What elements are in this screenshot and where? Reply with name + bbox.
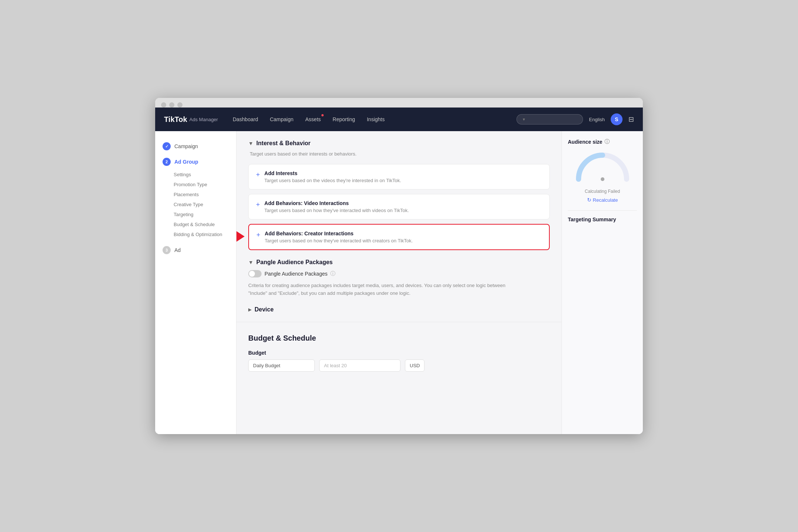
search-placeholder: ▾: [523, 117, 525, 122]
device-chevron: ▶: [248, 307, 252, 312]
gauge-svg: [573, 150, 632, 183]
red-arrow-container: [236, 229, 245, 245]
sidebar-item-campaign[interactable]: ✓ Campaign: [155, 139, 236, 154]
sidebar-sub-targeting[interactable]: Targeting: [155, 209, 236, 219]
right-panel: Audience size ⓘ Calculating Failed ↻ Rec…: [562, 131, 643, 434]
briefcase-icon[interactable]: ⊟: [628, 115, 634, 123]
interest-behavior-title: Interest & Behavior: [256, 140, 311, 147]
browser-dot-yellow: [169, 102, 174, 108]
nav-dashboard[interactable]: Dashboard: [233, 115, 258, 124]
add-behaviors-video-desc: Target users based on how they've intera…: [265, 208, 409, 213]
nav-insights[interactable]: Insights: [367, 115, 385, 124]
logo-text: TikTok: [164, 115, 188, 124]
add-behaviors-video-content: Add Behaviors: Video Interactions Target…: [265, 200, 409, 213]
creator-interactions-wrapper: + Add Behaviors: Creator Interactions Ta…: [248, 224, 550, 250]
budget-amount-input[interactable]: At least 20: [319, 359, 400, 372]
nav-links: Dashboard Campaign Assets Reporting Insi…: [233, 115, 516, 124]
add-interests-card[interactable]: + Add Interests Target users based on th…: [248, 164, 550, 190]
audience-size-header: Audience size ⓘ: [568, 139, 637, 145]
device-title: Device: [255, 306, 274, 313]
gauge-container: [573, 150, 632, 184]
avatar[interactable]: S: [611, 113, 623, 125]
add-behaviors-creator-content: Add Behaviors: Creator Interactions Targ…: [265, 231, 413, 243]
sidebar-sub-bidding[interactable]: Bidding & Optimization: [155, 229, 236, 239]
pangle-title: Pangle Audience Packages: [256, 259, 333, 266]
add-behaviors-creator-desc: Target users based on how they've intera…: [265, 238, 413, 243]
interest-behavior-header: ▼ Interest & Behavior: [248, 140, 550, 147]
pangle-info-icon[interactable]: ⓘ: [330, 270, 335, 277]
svg-marker-0: [236, 230, 245, 243]
sidebar-item-ad[interactable]: 3 Ad: [155, 242, 236, 258]
recalculate-button[interactable]: ↻ Recalculate: [568, 197, 637, 203]
content-scroll: ▼ Interest & Behavior Target users based…: [236, 131, 562, 381]
add-interests-content: Add Interests Target users based on the …: [265, 170, 401, 183]
interest-chevron[interactable]: ▼: [248, 140, 253, 146]
language-selector[interactable]: English: [589, 117, 605, 122]
pangle-header: ▼ Pangle Audience Packages: [248, 259, 550, 266]
sidebar-sub-creative[interactable]: Creative Type: [155, 200, 236, 209]
adgroup-label: Ad Group: [174, 159, 198, 165]
pangle-toggle-label: Pangle Audience Packages: [265, 271, 327, 277]
audience-size-title-text: Audience size: [568, 139, 602, 145]
pangle-chevron[interactable]: ▼: [248, 259, 253, 265]
interest-behavior-section: ▼ Interest & Behavior Target users based…: [248, 140, 550, 250]
logo: TikTok Ads Manager: [164, 115, 218, 124]
budget-section: Budget & Schedule Budget Daily Budget At…: [248, 331, 550, 372]
adgroup-step-icon: 2: [163, 158, 171, 166]
sidebar-sub-budget[interactable]: Budget & Schedule: [155, 219, 236, 229]
add-interests-title: Add Interests: [265, 170, 401, 176]
ad-step-icon: 3: [163, 246, 171, 254]
add-behaviors-creator-icon: +: [256, 231, 260, 239]
nav-campaign[interactable]: Campaign: [270, 115, 293, 124]
svg-point-1: [601, 177, 604, 181]
recalculate-text: Recalculate: [593, 197, 618, 203]
budget-section-title: Budget & Schedule: [248, 334, 550, 342]
sidebar-sub-settings[interactable]: Settings: [155, 170, 236, 180]
browser-window: TikTok Ads Manager Dashboard Campaign As…: [155, 98, 643, 434]
top-nav: TikTok Ads Manager Dashboard Campaign As…: [155, 108, 643, 131]
interest-behavior-subtitle: Target users based on their interests or…: [250, 151, 550, 157]
content-area: ▼ Interest & Behavior Target users based…: [236, 131, 562, 434]
campaign-label: Campaign: [174, 143, 198, 149]
calculating-failed-text: Calculating Failed: [568, 189, 637, 194]
add-behaviors-video-card[interactable]: + Add Behaviors: Video Interactions Targ…: [248, 194, 550, 219]
nav-assets[interactable]: Assets: [305, 115, 321, 124]
targeting-summary-title: Targeting Summary: [568, 210, 637, 222]
recalculate-icon: ↻: [587, 197, 591, 203]
red-arrow-icon: [236, 229, 245, 244]
add-behaviors-creator-title: Add Behaviors: Creator Interactions: [265, 231, 413, 236]
browser-dot-red: [161, 102, 166, 108]
add-behaviors-video-icon: +: [256, 201, 260, 209]
device-section: ▶ Device: [248, 306, 550, 313]
sidebar: ✓ Campaign 2 Ad Group Settings Promotion…: [155, 131, 236, 434]
nav-search-box[interactable]: ▾: [516, 114, 583, 125]
budget-label: Budget: [248, 350, 550, 356]
pangle-desc: Criteria for creating audience packages …: [248, 282, 507, 297]
add-behaviors-video-title: Add Behaviors: Video Interactions: [265, 200, 409, 206]
budget-type-selector[interactable]: Daily Budget: [248, 359, 315, 372]
pangle-toggle-row: Pangle Audience Packages ⓘ: [248, 270, 550, 277]
add-interests-desc: Target users based on the videos they're…: [265, 178, 401, 183]
sidebar-sub-promotion[interactable]: Promotion Type: [155, 180, 236, 190]
sidebar-sub-placements[interactable]: Placements: [155, 190, 236, 200]
add-behaviors-creator-card[interactable]: + Add Behaviors: Creator Interactions Ta…: [248, 224, 550, 250]
sidebar-item-adgroup[interactable]: 2 Ad Group: [155, 154, 236, 170]
pangle-section: ▼ Pangle Audience Packages Pangle Audien…: [248, 259, 550, 297]
browser-chrome: [155, 98, 643, 108]
currency-badge: USD: [405, 359, 424, 372]
nav-reporting[interactable]: Reporting: [332, 115, 355, 124]
device-header[interactable]: ▶ Device: [248, 306, 550, 313]
pangle-toggle[interactable]: [248, 270, 262, 277]
section-divider: [236, 322, 562, 322]
logo-ads-text: Ads Manager: [190, 117, 218, 122]
budget-input-row: Daily Budget At least 20 USD: [248, 359, 550, 372]
add-interests-icon: +: [256, 171, 260, 179]
ad-label: Ad: [174, 247, 181, 253]
nav-right: ▾ English S ⊟: [516, 113, 634, 125]
browser-dot-green: [177, 102, 183, 108]
audience-size-info-icon[interactable]: ⓘ: [604, 139, 610, 145]
main-layout: ✓ Campaign 2 Ad Group Settings Promotion…: [155, 131, 643, 434]
campaign-step-icon: ✓: [163, 142, 171, 150]
